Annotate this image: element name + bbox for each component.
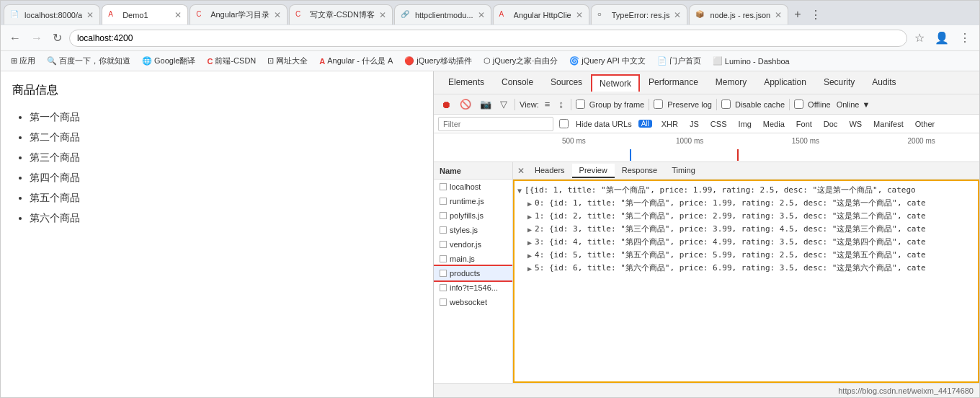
preview-close-button[interactable]: ✕: [517, 166, 525, 176]
bookmark-portal[interactable]: 📄门户首页: [653, 54, 705, 68]
new-tab-button[interactable]: +: [790, 8, 805, 21]
tab-close-1[interactable]: ✕: [86, 10, 94, 20]
bookmark-lumino[interactable]: ⬜Lumino - Dashboa: [708, 55, 794, 67]
tab-httpclient[interactable]: 🔗 httpclientmodu... ✕: [394, 4, 491, 25]
view-waterfall-button[interactable]: ↨: [556, 97, 566, 111]
group-by-frame-checkbox[interactable]: [576, 100, 585, 109]
bookmark-csdn-frontend[interactable]: C前端-CSDN: [202, 54, 260, 68]
tab-network[interactable]: Network: [591, 74, 640, 92]
filter-css[interactable]: CSS: [708, 119, 730, 129]
tab-close-3[interactable]: ✕: [274, 10, 281, 20]
tab-csdn[interactable]: C 写文章-CSDN博客 ✕: [289, 4, 393, 25]
tab-close-2[interactable]: ✕: [174, 10, 182, 20]
filter-input[interactable]: [438, 117, 553, 131]
preview-tab-preview[interactable]: Preview: [572, 164, 615, 178]
expand-0-icon[interactable]: ▶: [527, 198, 532, 210]
capture-screenshot-button[interactable]: 📷: [477, 97, 494, 111]
file-item-main[interactable]: main.js: [434, 252, 512, 266]
csdn-icon: C: [207, 57, 213, 66]
menu-button[interactable]: ⋮: [956, 30, 974, 46]
filter-toggle-button[interactable]: ▽: [497, 97, 510, 111]
tab-demo1[interactable]: A Demo1 ✕: [102, 4, 188, 25]
bookmark-apps[interactable]: ⊞应用: [6, 54, 40, 68]
tab-angular-list[interactable]: C Angular学习目录 ✕: [190, 4, 288, 25]
filter-other[interactable]: Other: [912, 119, 938, 129]
bookmark-jquery-mobile[interactable]: 🔴jQuery移动插件: [400, 54, 476, 68]
filter-ws[interactable]: WS: [846, 119, 865, 129]
preview-tab-timing[interactable]: Timing: [664, 164, 703, 178]
filter-media[interactable]: Media: [760, 119, 788, 129]
user-button[interactable]: 👤: [932, 30, 952, 46]
filter-font[interactable]: Font: [793, 119, 815, 129]
file-item-styles[interactable]: styles.js: [434, 223, 512, 237]
disable-cache-checkbox[interactable]: [721, 100, 731, 109]
online-label: Online: [837, 100, 860, 109]
tab-localhost[interactable]: 📄 localhost:8000/a ✕: [4, 4, 100, 25]
tab-close-5[interactable]: ✕: [478, 10, 485, 20]
page-content: 商品信息 第一个商品 第二个商品 第三个商品 第四个商品 第五个商品 第六个商品: [1, 71, 433, 397]
offline-checkbox[interactable]: [794, 100, 803, 109]
file-item-products[interactable]: products: [434, 266, 512, 280]
tab-typeerror[interactable]: ○ TypeError: res.js ✕: [591, 4, 688, 25]
tab-close-7[interactable]: ✕: [674, 10, 681, 20]
all-filter-badge[interactable]: All: [638, 120, 652, 128]
expand-1-icon[interactable]: ▶: [527, 211, 532, 223]
tab-sources[interactable]: Sources: [542, 73, 591, 93]
record-button[interactable]: ⏺: [438, 97, 454, 112]
forward-button[interactable]: →: [28, 30, 45, 46]
bookmark-google-translate[interactable]: 🌐Google翻译: [138, 54, 200, 68]
expand-4-icon[interactable]: ▶: [527, 250, 532, 262]
tab-security[interactable]: Security: [815, 73, 863, 93]
tab-performance[interactable]: Performance: [640, 73, 707, 93]
tab-elements[interactable]: Elements: [440, 73, 493, 93]
preview-line-root: ▼ [{id: 1, title: "第一个商品", price: 1.99, …: [517, 184, 975, 197]
list-item: 第五个商品: [30, 187, 422, 208]
file-item-vendor[interactable]: vendor.js: [434, 237, 512, 252]
bookmark-jquery-home[interactable]: ⬡jQuery之家·自由分: [479, 54, 562, 68]
filter-img[interactable]: Img: [735, 119, 754, 129]
bookmark-url-nav[interactable]: ⊡网址大全: [263, 54, 312, 68]
file-item-websocket[interactable]: websocket: [434, 295, 512, 309]
preview-tab-response[interactable]: Response: [615, 164, 665, 178]
tab-memory[interactable]: Memory: [707, 73, 755, 93]
bookmark-label-url: 网址大全: [276, 56, 308, 66]
tab-angular-http[interactable]: A Angular HttpClie ✕: [493, 4, 589, 25]
timeline-label-1500: 1500 ms: [748, 137, 864, 145]
filter-xhr[interactable]: XHR: [659, 119, 681, 129]
preview-tab-headers[interactable]: Headers: [527, 164, 572, 178]
file-item-localhost[interactable]: localhost: [434, 180, 512, 194]
tab-close-6[interactable]: ✕: [576, 10, 583, 20]
bookmark-angular[interactable]: AAngular - 什么是 A: [315, 54, 397, 68]
expand-2-icon[interactable]: ▶: [527, 224, 532, 236]
expand-root-icon[interactable]: ▼: [517, 185, 522, 197]
hide-data-urls-checkbox[interactable]: [559, 119, 569, 128]
online-dropdown[interactable]: ▼: [862, 100, 870, 109]
bookmark-button[interactable]: ☆: [912, 30, 927, 46]
address-bar[interactable]: [69, 30, 907, 47]
tab-application[interactable]: Application: [755, 73, 815, 93]
bookmark-label-lumino: Lumino - Dashboa: [725, 57, 790, 66]
tab-console[interactable]: Console: [493, 73, 542, 93]
file-item-runtime[interactable]: runtime.js: [434, 194, 512, 208]
list-item: 第一个商品: [30, 107, 422, 127]
tab-title-5: httpclientmodu...: [415, 11, 473, 19]
file-item-info[interactable]: info?t=1546...: [434, 280, 512, 295]
view-list-button[interactable]: ≡: [542, 97, 553, 111]
more-tabs-button[interactable]: ⋮: [807, 6, 824, 23]
clear-button[interactable]: 🚫: [457, 97, 474, 111]
preserve-log-checkbox[interactable]: [654, 100, 663, 109]
bookmark-baidu[interactable]: 🔍百度一下，你就知道: [43, 54, 135, 68]
filter-manifest[interactable]: Manifest: [870, 119, 906, 129]
tab-audits[interactable]: Audits: [863, 73, 904, 93]
file-item-polyfills[interactable]: polyfills.js: [434, 208, 512, 223]
bookmark-jquery-api[interactable]: 🌀jQuery API 中文文: [565, 54, 650, 68]
expand-5-icon[interactable]: ▶: [527, 263, 532, 275]
back-button[interactable]: ←: [6, 30, 24, 46]
filter-js[interactable]: JS: [687, 119, 702, 129]
filter-doc[interactable]: Doc: [821, 119, 841, 129]
expand-3-icon[interactable]: ▶: [527, 237, 532, 249]
tab-close-8[interactable]: ✕: [775, 10, 782, 20]
tab-nodejs[interactable]: 📦 node.js - res.json ✕: [689, 4, 788, 25]
tab-close-4[interactable]: ✕: [379, 10, 386, 20]
reload-button[interactable]: ↻: [50, 30, 65, 46]
